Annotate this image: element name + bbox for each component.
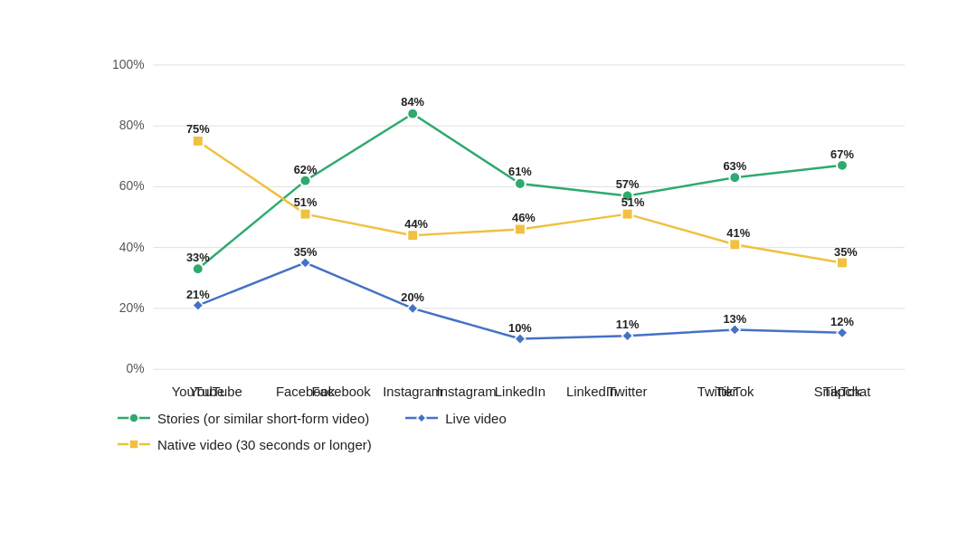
xlabel-instagram: Instagram	[437, 384, 497, 398]
svg-text:Twitter: Twitter	[608, 384, 648, 398]
legend-live-label: Live video	[445, 411, 507, 426]
label-live-5: 13%	[723, 311, 746, 325]
stories-dot-5	[729, 172, 740, 183]
svg-text:80%: 80%	[119, 118, 145, 132]
label-live-2: 20%	[401, 289, 424, 303]
label-native-6: 35%	[834, 244, 858, 258]
svg-text:Snapchat: Snapchat	[814, 384, 872, 398]
stories-dot-3	[515, 178, 526, 189]
svg-text:YouTube: YouTube	[172, 384, 224, 398]
label-native-3: 46%	[512, 210, 536, 223]
label-stories-2: 84%	[401, 95, 424, 109]
label-live-4: 11%	[616, 317, 640, 330]
stories-dot-2	[407, 108, 418, 119]
live-dot-4	[622, 330, 633, 341]
svg-text:0%: 0%	[126, 361, 144, 375]
native-dot-1	[300, 208, 311, 219]
svg-text:LinkedIn: LinkedIn	[495, 384, 545, 398]
live-dot-3	[515, 333, 526, 344]
legend-stories: Stories (or similar short-form video)	[118, 411, 369, 426]
label-stories-6: 67%	[830, 147, 854, 160]
native-dot-6	[837, 257, 848, 268]
label-native-5: 41%	[726, 225, 750, 239]
legend-stories-label: Stories (or similar short-form video)	[157, 411, 369, 426]
live-dot-0	[193, 299, 204, 310]
native-dot-4	[622, 208, 633, 219]
label-stories-5: 63%	[723, 158, 746, 172]
legend-stories-icon	[118, 411, 150, 425]
label-live-1: 35%	[294, 244, 318, 258]
label-stories-1: 62%	[294, 162, 318, 176]
stories-dot-1	[300, 175, 311, 185]
live-dot-5	[729, 324, 740, 335]
native-dot-3	[515, 223, 526, 234]
native-dot-2	[407, 230, 418, 241]
label-live-0: 21%	[186, 288, 210, 301]
native-dot-0	[193, 135, 204, 146]
label-live-3: 10%	[508, 320, 532, 334]
label-live-6: 12%	[830, 314, 854, 327]
svg-text:100%: 100%	[112, 56, 144, 71]
svg-text:TikTok: TikTok	[716, 384, 754, 398]
legend-native-label: Native video (30 seconds or longer)	[157, 437, 372, 452]
label-native-4: 51%	[621, 195, 645, 209]
label-native-0: 75%	[186, 122, 210, 136]
svg-marker-22	[417, 413, 426, 422]
chart-area: 0% 20% 40% 60% 80% 100% YouTube Facebook…	[100, 45, 923, 389]
label-stories-3: 61%	[508, 165, 532, 178]
svg-text:40%: 40%	[119, 239, 145, 253]
native-dot-5	[729, 239, 740, 250]
stories-dot-0	[193, 263, 204, 274]
legend-live-icon	[405, 411, 438, 425]
stories-dot-6	[837, 159, 848, 170]
chart-legend: Stories (or similar short-form video) Li…	[118, 411, 923, 452]
label-stories-0: 33%	[186, 251, 210, 264]
label-native-2: 44%	[404, 216, 428, 230]
label-native-1: 51%	[294, 195, 318, 209]
svg-text:60%: 60%	[119, 178, 145, 193]
legend-live: Live video	[405, 411, 507, 426]
svg-rect-24	[129, 440, 138, 449]
live-dot-1	[300, 257, 311, 268]
svg-point-20	[129, 413, 138, 422]
legend-native: Native video (30 seconds or longer)	[118, 437, 923, 452]
svg-text:Facebook: Facebook	[276, 384, 336, 398]
chart-container: 0% 20% 40% 60% 80% 100% YouTube Facebook…	[36, 27, 941, 534]
live-dot-2	[407, 302, 418, 313]
svg-text:Instagram: Instagram	[383, 384, 442, 398]
label-stories-4: 57%	[616, 177, 640, 191]
live-dot-6	[837, 327, 848, 337]
chart-svg: 0% 20% 40% 60% 80% 100% YouTube Facebook…	[100, 45, 923, 389]
svg-text:20%: 20%	[119, 299, 145, 314]
legend-native-icon	[118, 437, 150, 451]
